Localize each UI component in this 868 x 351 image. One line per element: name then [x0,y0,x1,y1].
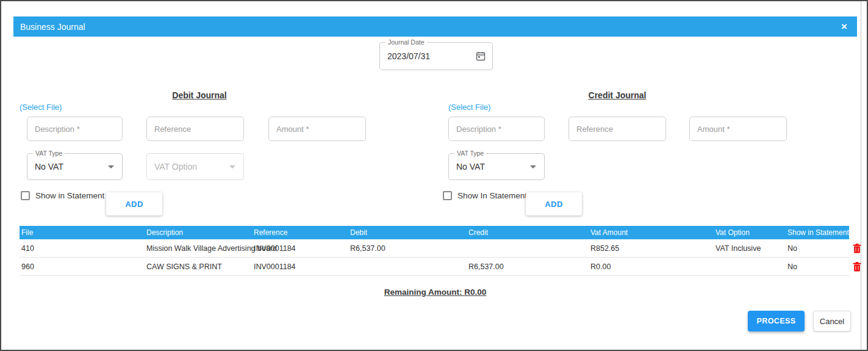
chevron-down-icon [229,165,235,168]
debit-vat-type-value: No VAT [27,162,63,172]
cell-vat-amount: R0.00 [589,262,714,271]
debit-journal-heading: Debit Journal [20,90,379,100]
col-header-description: Description [145,228,252,237]
table-row: 960 CAW SIGNS & PRINT INV0001184 R6,537.… [20,258,849,276]
col-header-vat-option: Vat Option [714,228,786,237]
journal-date-label: Journal Date [386,38,427,46]
col-header-credit: Credit [467,228,589,237]
debit-show-in-statement-checkbox[interactable] [21,191,30,200]
col-header-file: File [20,228,145,237]
process-button[interactable]: PROCESS [748,311,805,331]
journal-date-field[interactable]: Journal Date 2023/07/31 [379,42,493,70]
debit-vat-option-placeholder: VAT Option [147,162,197,172]
credit-vat-type-label: VAT Type [454,150,486,157]
cell-description: Mission Walk Village Advertising board [145,244,252,253]
cancel-button[interactable]: Cancel [813,311,851,331]
cell-file: 960 [20,262,145,271]
delete-icon[interactable] [853,244,861,253]
cell-file: 410 [20,244,145,253]
cell-vat-option: VAT Inclusive [714,244,786,253]
journal-entries-table: File Description Reference Debit Credit … [20,226,860,276]
cell-reference: INV0001184 [252,244,348,253]
credit-description-input[interactable] [448,117,545,141]
table-row: 410 Mission Walk Village Advertising boa… [20,239,849,258]
delete-icon[interactable] [853,262,861,272]
credit-vat-type-select[interactable]: VAT Type No VAT [448,153,545,180]
chevron-down-icon [530,165,536,168]
dialog-header: Business Journal × [13,16,857,37]
cell-vat-amount: R852.65 [589,244,714,253]
chevron-down-icon [108,165,114,168]
debit-vat-type-label: VAT Type [33,150,65,157]
col-header-debit: Debit [348,228,467,237]
business-journal-dialog: Business Journal × Journal Date 2023/07/… [0,0,868,351]
cell-credit: R6,537.00 [467,262,589,271]
dialog-right-edge [861,1,861,351]
debit-amount-input[interactable] [268,117,366,141]
cell-show-in-statement: No [786,262,849,271]
debit-select-file-link[interactable]: (Select File) [20,103,62,112]
close-icon[interactable]: × [841,16,847,37]
credit-reference-input[interactable] [569,117,666,141]
table-header-row: File Description Reference Debit Credit … [20,226,849,239]
debit-vat-type-select[interactable]: VAT Type No VAT [27,153,123,180]
credit-vat-type-value: No VAT [449,162,485,172]
cell-description: CAW SIGNS & PRINT [145,262,252,271]
col-header-show-in-statement: Show in Statement [786,228,849,237]
cell-reference: INV0001184 [252,262,348,271]
debit-add-button[interactable]: ADD [106,192,162,215]
cell-show-in-statement: No [786,244,849,253]
credit-show-in-statement-checkbox[interactable] [443,191,452,200]
debit-vat-option-select[interactable]: VAT Option [146,153,244,180]
journal-date-value: 2023/07/31 [380,51,430,61]
col-header-reference: Reference [252,228,348,237]
credit-amount-input[interactable] [689,117,787,141]
credit-journal-heading: Credit Journal [447,90,788,100]
debit-reference-input[interactable] [146,117,244,141]
calendar-icon[interactable] [476,51,486,63]
remaining-amount-label: Remaining Amount: R0.00 [1,288,868,297]
cell-debit: R6,537.00 [348,244,467,253]
credit-select-file-link[interactable]: (Select File) [448,103,490,112]
page-title: Business Journal [13,22,85,32]
debit-description-input[interactable] [27,117,123,141]
credit-show-in-statement-label: Show In Statement [457,191,527,200]
col-header-vat-amount: Vat Amount [589,228,714,237]
credit-add-button[interactable]: ADD [526,192,582,215]
debit-show-in-statement-label: Show in Statement [35,191,104,200]
